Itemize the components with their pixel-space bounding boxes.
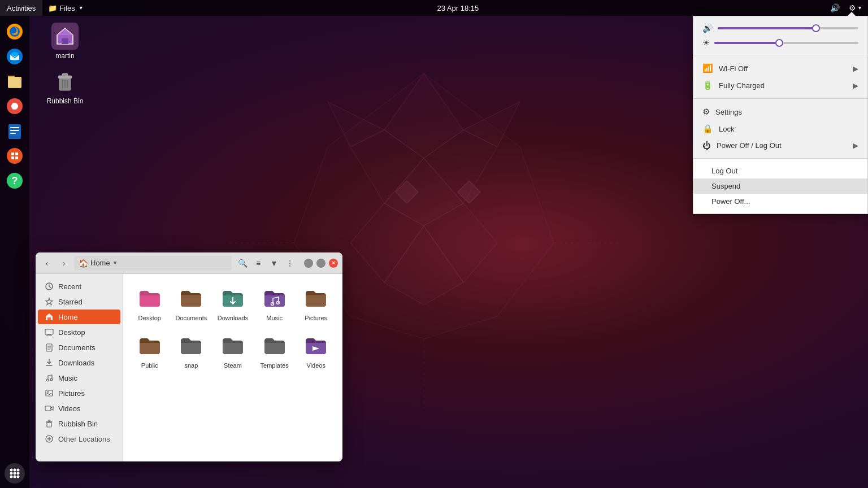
folder-label: Steam [224, 362, 242, 369]
folder-label: Music [266, 315, 283, 321]
rubbish-icon-label: Rubbish Bin [47, 97, 84, 105]
sidebar-item-recent[interactable]: Recent [38, 279, 120, 294]
folder-label: Public [141, 362, 158, 369]
svg-point-41 [14, 472, 16, 475]
svg-rect-69 [45, 406, 51, 411]
dock-item-software[interactable] [3, 145, 26, 167]
folder-label: Documents [176, 315, 207, 321]
svg-rect-21 [8, 77, 21, 87]
svg-rect-29 [10, 133, 16, 134]
file-manager-window: ‹ › 🏠 Home ▼ 🔍 ≡ ▼ ⋮ ✕ [36, 252, 342, 461]
svg-point-38 [14, 469, 16, 472]
dock-item-firefox[interactable] [3, 20, 26, 43]
dock-item-rhythmbox[interactable] [3, 95, 26, 117]
sidebar-item-starred[interactable]: Starred [38, 294, 120, 309]
dock-item-libreoffice[interactable] [3, 120, 26, 142]
svg-point-45 [17, 476, 20, 478]
activities-button[interactable]: Activities [0, 0, 42, 16]
home-icon-small: 🏠 [79, 259, 88, 268]
sidebar-item-other-locations[interactable]: Other Locations [38, 432, 120, 446]
topbar: Activities 📁 Files ▼ 23 Apr 18:15 🔊 ⚙ ▼ [0, 0, 868, 16]
svg-rect-57 [45, 329, 53, 334]
fm-sidebar: Recent Starred Home [36, 274, 123, 461]
fm-forward-button[interactable]: › [57, 256, 71, 270]
suspend-item[interactable]: Suspend [693, 178, 867, 194]
svg-rect-26 [8, 124, 21, 139]
lock-item[interactable]: 🔒 Lock [693, 120, 867, 137]
folder-videos[interactable]: Videos [296, 328, 336, 373]
svg-point-40 [10, 472, 13, 475]
files-menu[interactable]: 📁 Files ▼ [42, 0, 89, 16]
folder-label: Videos [306, 362, 325, 369]
logout-item[interactable]: Log Out [693, 163, 867, 178]
fm-content: Desktop Documents [123, 274, 342, 461]
folder-documents[interactable]: Documents [172, 281, 211, 326]
sidebar-item-rubbish[interactable]: Rubbish Bin [38, 416, 120, 431]
battery-item[interactable]: 🔋 Fully Charged ▶ [693, 77, 867, 94]
folder-music[interactable]: Music [255, 281, 294, 326]
brightness-slider[interactable] [714, 42, 858, 44]
svg-rect-59 [46, 335, 52, 336]
fm-maximize-button[interactable] [316, 259, 326, 268]
fm-view-button[interactable]: ≡ [251, 256, 266, 271]
svg-point-65 [46, 379, 49, 381]
volume-slider[interactable] [718, 27, 858, 29]
dock-item-thunderbird[interactable] [3, 45, 26, 68]
dock: ? [0, 16, 29, 488]
fm-search-button[interactable]: 🔍 [235, 256, 250, 271]
settings-item[interactable]: ⚙ Settings [693, 103, 867, 120]
desktop-icon-home[interactable]: martin [42, 23, 88, 60]
fm-back-button[interactable]: ‹ [40, 256, 54, 270]
folder-public[interactable]: Public [130, 328, 170, 373]
fm-sort-button[interactable]: ▼ [267, 256, 281, 271]
folder-downloads[interactable]: Downloads [213, 281, 253, 326]
volume-slider-row: 🔊 [693, 21, 867, 36]
sidebar-item-music[interactable]: Music [38, 371, 120, 385]
folder-label: Pictures [305, 315, 327, 321]
fm-minimize-button[interactable] [304, 259, 313, 268]
fm-titlebar: ‹ › 🏠 Home ▼ 🔍 ≡ ▼ ⋮ ✕ [36, 252, 342, 274]
svg-rect-51 [62, 73, 68, 76]
dock-apps-grid[interactable] [5, 463, 25, 483]
system-dropdown: 🔊 ☀ 📶 Wi-Fi Off ▶ 🔋 Fully Charged ▶ [693, 16, 868, 214]
battery-arrow-icon: ▶ [853, 81, 858, 90]
sidebar-item-pictures[interactable]: Pictures [38, 386, 120, 400]
fm-close-button[interactable]: ✕ [329, 259, 338, 268]
brightness-slider-row: ☀ [693, 36, 867, 50]
volume-button[interactable]: 🔊 [827, 0, 843, 16]
svg-rect-34 [15, 156, 18, 159]
battery-icon: 🔋 [702, 80, 713, 90]
chevron-icon: ▼ [112, 260, 118, 266]
wifi-item[interactable]: 📶 Wi-Fi Off ▶ [693, 60, 867, 77]
svg-rect-27 [10, 127, 19, 128]
sidebar-item-desktop[interactable]: Desktop [38, 325, 120, 339]
folder-desktop[interactable]: Desktop [130, 281, 170, 326]
svg-rect-32 [15, 152, 18, 155]
svg-rect-56 [47, 317, 51, 320]
folder-templates[interactable]: Templates [255, 328, 294, 373]
folder-icon: 📁 [48, 4, 57, 12]
svg-point-44 [14, 476, 16, 478]
wifi-icon: 📶 [702, 63, 713, 73]
folder-label: Templates [261, 362, 289, 369]
dock-item-help[interactable]: ? [3, 169, 26, 192]
desktop-icon-rubbish[interactable]: Rubbish Bin [42, 68, 88, 105]
svg-point-66 [50, 378, 53, 381]
poweroff-item[interactable]: Power Off... [693, 194, 867, 209]
brightness-icon: ☀ [702, 38, 710, 48]
folder-snap[interactable]: snap [172, 328, 211, 373]
power-item[interactable]: ⏻ Power Off / Log Out ▶ [693, 137, 867, 154]
folder-label: Desktop [138, 315, 161, 321]
fm-location-text: Home [90, 259, 110, 267]
sidebar-item-home[interactable]: Home [38, 310, 120, 324]
sidebar-item-documents[interactable]: Documents [38, 340, 120, 355]
fm-options-button[interactable]: ⋮ [283, 256, 297, 271]
folder-steam[interactable]: Steam [213, 328, 253, 373]
chevron-down-icon: ▼ [79, 5, 84, 11]
dock-item-files[interactable] [3, 70, 26, 93]
sidebar-item-videos[interactable]: Videos [38, 401, 120, 416]
sidebar-item-downloads[interactable]: Downloads [38, 355, 120, 370]
folder-pictures[interactable]: Pictures [296, 281, 336, 326]
svg-rect-33 [11, 156, 14, 159]
datetime-display: 23 Apr 18:15 [437, 4, 479, 12]
